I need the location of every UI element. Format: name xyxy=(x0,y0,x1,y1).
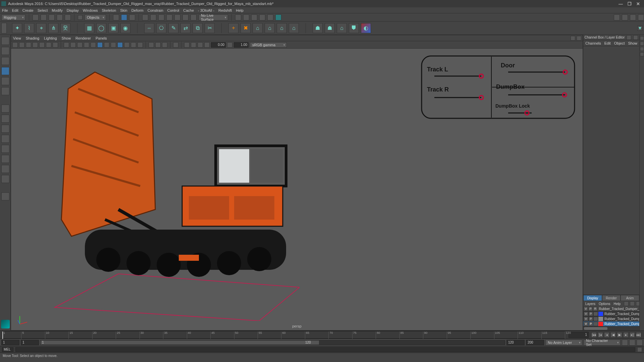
mask-icon[interactable] xyxy=(129,14,135,20)
orient-constraint-icon[interactable]: ⌂ xyxy=(265,23,275,33)
textured-icon[interactable] xyxy=(84,42,89,48)
viewtransform-icon[interactable] xyxy=(162,42,167,48)
render-override-icon[interactable] xyxy=(184,42,190,48)
panel-layout-icon[interactable] xyxy=(630,14,636,20)
redo-icon[interactable] xyxy=(65,14,71,20)
menu-deform[interactable]: Deform xyxy=(131,8,144,12)
mask-icon[interactable] xyxy=(121,14,127,20)
layer-color-swatch[interactable] xyxy=(598,317,603,321)
field-chart-icon[interactable] xyxy=(53,42,58,48)
snap-curve-icon[interactable] xyxy=(150,14,156,20)
menu-display[interactable]: Display xyxy=(67,8,79,12)
character-set-dropdown[interactable]: No Character Set xyxy=(584,340,621,346)
play-back-icon[interactable]: ◀ xyxy=(610,332,616,338)
exposure-reset-icon[interactable] xyxy=(204,42,210,48)
skeleton-icon[interactable]: 웃 xyxy=(60,23,70,33)
layout-icon[interactable] xyxy=(1,175,9,183)
minimize-button[interactable]: — xyxy=(619,1,623,6)
dof-icon[interactable] xyxy=(138,42,143,48)
menu-windows[interactable]: Windows xyxy=(83,8,98,12)
layout-outliner-icon[interactable] xyxy=(1,145,9,153)
layout-icon[interactable] xyxy=(1,165,9,173)
shelf-tab[interactable] xyxy=(1,23,7,34)
maximize-button[interactable]: ❐ xyxy=(628,1,632,6)
range-inner-end-field[interactable]: 120 xyxy=(506,340,525,345)
snap-point-icon[interactable] xyxy=(158,14,164,20)
copy-weights-icon[interactable]: ⧉ xyxy=(193,23,203,33)
panel-close-icon[interactable] xyxy=(633,35,638,40)
cb-tab-edit[interactable]: Edit xyxy=(604,41,611,45)
layer-vis-toggle[interactable]: V xyxy=(584,322,588,326)
layout-four-icon[interactable] xyxy=(1,125,9,133)
scale-constraint-icon[interactable]: ⌂ xyxy=(289,23,299,33)
snap-grid-icon[interactable] xyxy=(142,14,148,20)
layer-tab-anim[interactable]: Anim xyxy=(621,295,639,301)
select-mode-icon[interactable] xyxy=(78,15,83,20)
add-constraint-icon[interactable]: ＋ xyxy=(228,23,238,33)
render-icon[interactable] xyxy=(243,14,249,20)
layer-col-name[interactable]: Rubber_Tracked_Dumper_Ol xyxy=(599,307,639,311)
cb-tab-channels[interactable]: Channels xyxy=(585,41,601,45)
parent-constraint-icon[interactable]: ⌂ xyxy=(277,23,287,33)
lattice-icon[interactable]: ▦ xyxy=(84,23,94,33)
viewport-3d[interactable]: Track L Track R Door DumpBox xyxy=(11,49,583,330)
menu-modify[interactable]: Modify xyxy=(52,8,62,12)
deform-icon[interactable]: ◐ xyxy=(361,23,371,33)
vp-menu-shading[interactable]: Shading xyxy=(26,36,39,40)
range-inner-start-field[interactable]: 1 xyxy=(21,340,39,345)
cb-tab-object[interactable]: Object xyxy=(614,41,625,45)
layer-name[interactable]: Rubber_Tracked_Dump xyxy=(604,312,639,316)
range-end-field[interactable]: 200 xyxy=(526,340,544,345)
save-scene-icon[interactable] xyxy=(49,14,55,20)
bookmark-icon[interactable] xyxy=(19,42,24,48)
grid-icon[interactable] xyxy=(64,42,69,48)
rotate-tool-icon[interactable] xyxy=(1,77,9,85)
exposure-icon[interactable] xyxy=(149,42,154,48)
gamma-reset-icon[interactable] xyxy=(227,42,232,48)
layer-vis-toggle[interactable]: V xyxy=(584,317,588,321)
mask-icon[interactable] xyxy=(113,14,119,20)
hik-icon[interactable]: ☗ xyxy=(313,23,323,33)
wireframe-icon[interactable] xyxy=(70,42,76,48)
gate-mask-icon[interactable] xyxy=(46,42,51,48)
paint-weights-icon[interactable]: ✎ xyxy=(168,23,178,33)
gamma-icon[interactable] xyxy=(155,42,161,48)
layer-playback-toggle[interactable]: P xyxy=(589,312,593,316)
open-scene-icon[interactable] xyxy=(41,14,47,20)
select-tool-icon[interactable] xyxy=(1,37,9,45)
menu-select[interactable]: Select xyxy=(38,8,48,12)
shadows-icon[interactable] xyxy=(97,42,103,48)
layer-ref-toggle[interactable] xyxy=(593,312,598,316)
menu-constrain[interactable]: Constrain xyxy=(148,8,163,12)
step-fwd-key-icon[interactable]: ▸| xyxy=(630,332,635,338)
shelf-options-icon[interactable]: ▾ xyxy=(637,25,643,31)
remove-constraint-icon[interactable]: ✖ xyxy=(240,23,251,33)
panel-layout-icon[interactable] xyxy=(614,14,620,20)
motion-blur-icon[interactable] xyxy=(131,42,136,48)
layer-row[interactable]: VPRubber_Tracked_Dump xyxy=(583,321,639,326)
prefs-icon[interactable] xyxy=(637,340,643,346)
last-tool-icon[interactable] xyxy=(1,105,9,113)
prune-weights-icon[interactable]: ✂ xyxy=(205,23,215,33)
layer-menu-help[interactable]: Help xyxy=(613,302,621,306)
menu-skeleton[interactable]: Skeleton xyxy=(102,8,116,12)
step-fwd-icon[interactable]: ▸ xyxy=(623,332,629,338)
xray-icon[interactable] xyxy=(111,42,116,48)
snap-center-icon[interactable] xyxy=(182,14,189,20)
menu-cache[interactable]: Cache xyxy=(183,8,194,12)
bind-skin-icon[interactable]: ⎓ xyxy=(144,23,154,33)
quick-rig-icon[interactable]: ☗ xyxy=(325,23,335,33)
range-start-field[interactable]: 1 xyxy=(1,340,19,345)
mirror-weights-icon[interactable]: ⇄ xyxy=(180,23,191,33)
image-plane-icon[interactable] xyxy=(26,42,31,48)
vp-menu-panels[interactable]: Panels xyxy=(96,36,107,40)
layer-menu-options[interactable]: Options xyxy=(599,302,610,306)
render-globals-icon[interactable] xyxy=(275,14,281,20)
step-back-key-icon[interactable]: |◂ xyxy=(598,332,603,338)
modeling-toolkit-toggle-icon[interactable] xyxy=(640,52,644,56)
isolate-icon[interactable] xyxy=(104,42,109,48)
layer-playback-toggle[interactable]: P xyxy=(589,317,593,321)
sphere-deform-icon[interactable]: ◯ xyxy=(96,23,106,33)
rig-control-panel[interactable]: Track L Track R Door DumpBox xyxy=(421,55,575,119)
menu-file[interactable]: File xyxy=(2,8,8,12)
